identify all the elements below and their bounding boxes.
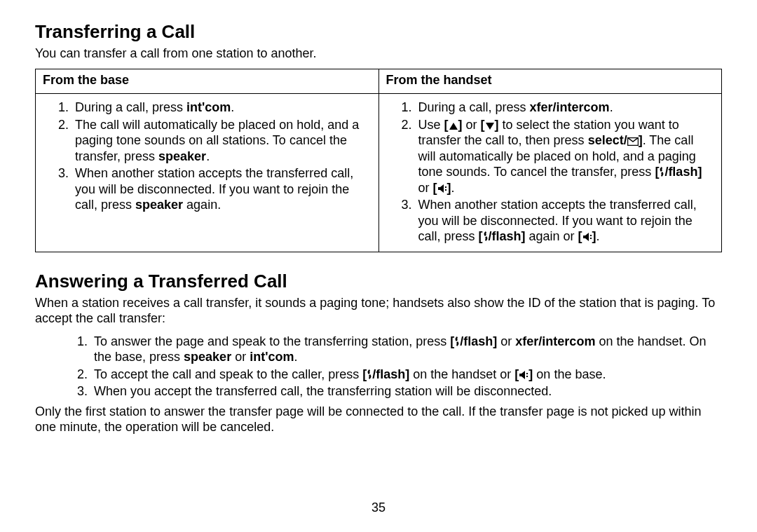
key-select: select/] [588, 133, 643, 147]
text: . [596, 229, 600, 243]
text: To answer the page and speak to the tran… [94, 334, 450, 348]
text: again or [526, 229, 578, 243]
handset-steps: During a call, press xfer/intercom. Use … [386, 100, 715, 245]
svg-rect-11 [519, 374, 521, 376]
list-item: Use [] or [] to select the station you w… [416, 117, 715, 196]
list-item: When another station accepts the transfe… [416, 197, 715, 245]
text: . [294, 350, 297, 364]
svg-rect-3 [438, 187, 440, 190]
heading-transferring-call: Transferring a Call [35, 21, 722, 43]
key-down: [] [481, 118, 499, 132]
svg-rect-7 [583, 236, 585, 238]
svg-rect-14 [526, 376, 528, 377]
text: or [497, 334, 515, 348]
text: . [610, 100, 613, 114]
key-xfer-intercom: xfer/intercom [530, 100, 610, 114]
text: on the handset or [409, 367, 514, 381]
key-speaker-icon: [] [433, 181, 451, 195]
key-speaker-icon: [] [578, 229, 596, 243]
list-item: To answer the page and speak to the tran… [91, 334, 722, 365]
text: To accept the call and speak to the call… [94, 367, 362, 381]
base-steps: During a call, press int'com. The call w… [43, 100, 371, 213]
intro-answering: When a station receives a call transfer,… [35, 295, 722, 327]
svg-rect-9 [590, 235, 592, 236]
key-xfer-intercom: xfer/intercom [515, 334, 595, 348]
key-talk-flash: [/flash] [450, 334, 497, 348]
key-talk-flash: [/flash] [362, 367, 409, 381]
page-number: 35 [0, 500, 757, 515]
text: . [206, 149, 210, 163]
text: or [463, 118, 481, 132]
svg-rect-10 [590, 238, 592, 239]
col-header-base: From the base [36, 69, 379, 94]
col-header-handset: From the handset [378, 69, 722, 94]
svg-marker-4 [440, 184, 444, 193]
list-item: When you accept the transferred call, th… [91, 383, 722, 400]
key-speaker: speaker [158, 149, 206, 163]
text: on the base. [533, 367, 606, 381]
list-item: During a call, press int'com. [72, 100, 371, 116]
list-item: To accept the call and speak to the call… [91, 367, 722, 383]
text: again. [183, 198, 221, 212]
svg-rect-6 [445, 189, 446, 191]
footnote: Only the first station to answer the tra… [35, 404, 722, 435]
key-talk-flash: [/flash] [655, 165, 702, 179]
text: . [231, 100, 234, 114]
cell-from-handset: During a call, press xfer/intercom. Use … [378, 94, 722, 252]
svg-rect-5 [445, 186, 446, 188]
list-item: During a call, press xfer/intercom. [416, 100, 715, 116]
text: . [451, 181, 455, 195]
manual-page: Transferring a Call You can transfer a c… [0, 0, 757, 532]
heading-answering-transferred: Answering a Transferred Call [35, 271, 722, 292]
text: During a call, press [418, 100, 530, 114]
answering-steps: To answer the page and speak to the tran… [35, 334, 722, 400]
svg-marker-12 [521, 371, 525, 379]
key-speaker-icon: [] [514, 367, 533, 381]
svg-rect-13 [526, 373, 528, 374]
key-talk-flash: [/flash] [479, 229, 526, 243]
key-speaker: speaker [184, 350, 231, 364]
svg-marker-8 [585, 233, 589, 241]
list-item: The call will automatically be placed on… [72, 117, 371, 165]
cell-from-base: During a call, press int'com. The call w… [36, 94, 379, 252]
svg-marker-0 [449, 123, 458, 130]
key-up: [] [444, 118, 463, 132]
text: Use [418, 118, 444, 132]
svg-marker-1 [486, 123, 494, 130]
text: or [418, 181, 433, 195]
key-speaker: speaker [135, 198, 183, 212]
text: The call will automatically be placed on… [75, 118, 359, 163]
text: or [231, 350, 250, 364]
text: During a call, press [75, 100, 186, 114]
intro-transferring: You can transfer a call from one station… [35, 46, 722, 62]
key-intcom: int'com [186, 100, 231, 114]
key-intcom: int'com [250, 350, 294, 364]
list-item: When another station accepts the transfe… [72, 165, 371, 213]
transfer-table: From the base From the handset During a … [35, 69, 722, 252]
